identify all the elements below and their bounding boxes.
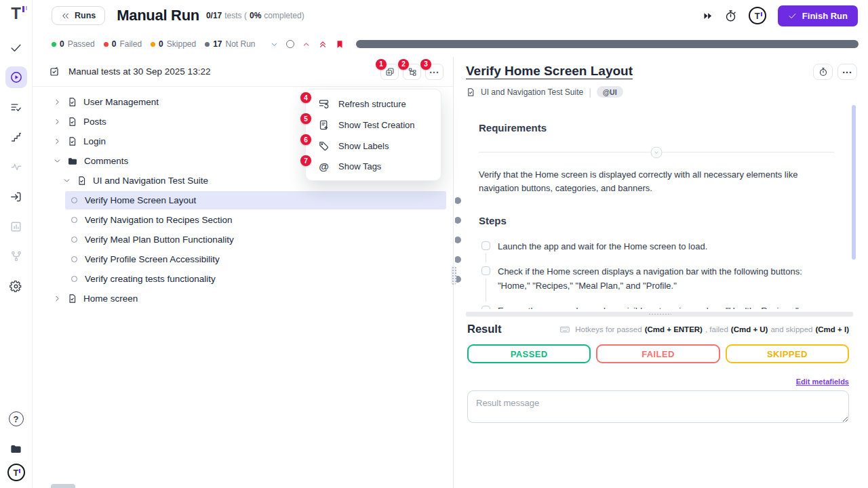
tag-icon bbox=[318, 140, 330, 152]
bottom-scroll-pill[interactable] bbox=[51, 484, 75, 488]
sidebar-item-settings[interactable] bbox=[5, 275, 27, 297]
import-icon bbox=[9, 190, 22, 203]
sidebar-item-tests[interactable] bbox=[5, 37, 27, 58]
double-chevron-up-icon[interactable] bbox=[318, 39, 328, 49]
menu-item-show-labels[interactable]: 6 Show Labels bbox=[306, 136, 441, 157]
chevron-down-icon[interactable] bbox=[53, 157, 62, 165]
not-run-dot-icon bbox=[205, 42, 210, 47]
passed-button[interactable]: PASSED bbox=[467, 344, 591, 363]
menu-item-refresh-structure[interactable]: 4 Refresh structure bbox=[306, 94, 441, 115]
tour-badge-3: 3 bbox=[420, 59, 431, 70]
step-text: Check if the Home screen displays a navi… bbox=[498, 266, 802, 290]
tour-badge-6: 6 bbox=[300, 134, 311, 145]
step-checkbox[interactable] bbox=[481, 241, 490, 250]
result-message-input[interactable] bbox=[467, 390, 849, 423]
tree-item-label: Verify Navigation to Recipes Section bbox=[85, 215, 233, 225]
edit-metafields-link[interactable]: Edit metafields bbox=[796, 378, 849, 386]
gear-icon bbox=[9, 280, 22, 293]
left-rail: T ? T bbox=[0, 0, 33, 488]
failed-dot-icon bbox=[104, 42, 108, 47]
stopwatch-icon bbox=[818, 67, 828, 77]
menu-item-label: Show Test Creation bbox=[338, 120, 415, 130]
duplicate-run-button[interactable]: 1 bbox=[380, 64, 399, 80]
library-button[interactable] bbox=[5, 438, 27, 460]
app-logo: T bbox=[11, 5, 21, 22]
test-more-button[interactable]: ... bbox=[837, 64, 857, 80]
folder-icon bbox=[9, 443, 22, 455]
skipped-dot-icon bbox=[151, 42, 155, 47]
steps-icon bbox=[10, 131, 22, 143]
chevron-down-icon[interactable] bbox=[270, 40, 279, 49]
status-bar: 0 Passed 0 Failed 0 Skipped 17 Not Run bbox=[33, 31, 868, 57]
tour-badge-1: 1 bbox=[376, 59, 387, 70]
tour-badge-2: 2 bbox=[398, 59, 409, 70]
chevron-right-icon[interactable] bbox=[53, 117, 62, 126]
tree-context-menu: 4 Refresh structure 5 Show Test Creation… bbox=[305, 89, 441, 181]
help-button[interactable]: ? bbox=[5, 408, 27, 430]
run-count: 0/17 bbox=[206, 11, 222, 20]
test-timer-button[interactable] bbox=[813, 64, 833, 80]
chevron-down-icon[interactable] bbox=[62, 176, 72, 185]
test-tag-badge[interactable]: @UI bbox=[597, 86, 623, 98]
bookmark-icon[interactable] bbox=[335, 39, 344, 49]
tree-structure-icon bbox=[408, 67, 417, 77]
tree-item-home-screen[interactable]: Home screen bbox=[33, 289, 453, 308]
steps-list: Launch the app and wait for the Home scr… bbox=[479, 240, 841, 309]
requirements-text: Verify that the Home screen is displayed… bbox=[479, 168, 838, 195]
finish-run-button[interactable]: Finish Run bbox=[778, 5, 858, 26]
chevron-right-icon[interactable] bbox=[53, 98, 62, 106]
tree-item-label: Comments bbox=[84, 156, 128, 166]
sidebar-item-import[interactable] bbox=[5, 186, 27, 207]
timer-icon[interactable] bbox=[724, 9, 737, 22]
tree-item-verify-home-screen-layout[interactable]: Verify Home Screen Layout bbox=[65, 191, 446, 209]
skipped-button[interactable]: SKIPPED bbox=[726, 344, 849, 363]
check-icon bbox=[788, 12, 797, 20]
result-resize-handle[interactable] bbox=[466, 312, 853, 317]
test-detail-panel: Verify Home Screen Layout ... UI and Nav… bbox=[455, 57, 868, 488]
collapse-circle-button[interactable] bbox=[651, 146, 663, 158]
avatar-logo-icon: T bbox=[755, 12, 760, 20]
tour-badge-5: 5 bbox=[300, 113, 311, 124]
test-title[interactable]: Verify Home Screen Layout bbox=[466, 64, 633, 79]
step-item: Launch the app and wait for the Home scr… bbox=[479, 240, 821, 253]
tree-item-verify-navigation-recipes[interactable]: Verify Navigation to Recipes Section bbox=[65, 211, 446, 229]
legend-failed: 0 Failed bbox=[104, 39, 142, 49]
step-checkbox[interactable] bbox=[481, 306, 490, 309]
tree-more-button[interactable]: 3 ... bbox=[425, 64, 443, 80]
branch-icon bbox=[10, 250, 22, 262]
tree-structure-button[interactable]: 2 bbox=[403, 64, 421, 80]
chevron-up-icon[interactable] bbox=[302, 40, 311, 49]
test-suite-link[interactable]: UI and Navigation Test Suite bbox=[481, 87, 583, 97]
failed-button[interactable]: FAILED bbox=[596, 344, 719, 363]
sidebar-item-reports[interactable] bbox=[5, 216, 27, 237]
suite-file-icon bbox=[77, 176, 87, 186]
suite-file-icon bbox=[67, 117, 77, 127]
tree-item-verify-meal-plan-button[interactable]: Verify Meal Plan Button Functionality bbox=[65, 230, 446, 249]
menu-item-show-test-creation[interactable]: 5 Show Test Creation bbox=[306, 115, 441, 136]
chevron-right-icon[interactable] bbox=[53, 137, 62, 146]
tree-item-verify-creating-tests[interactable]: Verify creating tests functionality bbox=[65, 270, 446, 288]
run-percent: 0% bbox=[250, 11, 261, 20]
pulse-icon bbox=[10, 161, 22, 173]
sidebar-item-milestones[interactable] bbox=[5, 126, 27, 148]
check-icon bbox=[9, 41, 22, 54]
suite-file-icon bbox=[466, 87, 475, 97]
result-heading: Result bbox=[467, 323, 501, 336]
workspace-avatar[interactable]: T bbox=[7, 464, 25, 481]
menu-item-show-tags[interactable]: 7 @ Show Tags bbox=[306, 157, 441, 176]
step-text: Launch the app and wait for the Home scr… bbox=[498, 241, 707, 251]
fast-forward-icon[interactable] bbox=[703, 11, 713, 21]
chevron-right-icon[interactable] bbox=[53, 294, 62, 303]
sidebar-item-runs[interactable] bbox=[5, 66, 27, 88]
sidebar-item-pulse[interactable] bbox=[5, 156, 27, 178]
tree-item-verify-profile-accessibility[interactable]: Verify Profile Screen Accessibility bbox=[65, 250, 446, 268]
sidebar-item-branches[interactable] bbox=[5, 245, 27, 267]
circle-status-icon[interactable] bbox=[286, 40, 294, 48]
user-avatar[interactable]: T bbox=[749, 7, 766, 24]
suite-file-icon bbox=[67, 136, 77, 146]
back-to-runs-button[interactable]: Runs bbox=[52, 6, 105, 25]
sidebar-item-plans[interactable] bbox=[5, 96, 27, 118]
detail-scrollbar[interactable] bbox=[852, 105, 856, 260]
help-icon: ? bbox=[9, 411, 24, 426]
step-checkbox[interactable] bbox=[481, 266, 490, 275]
